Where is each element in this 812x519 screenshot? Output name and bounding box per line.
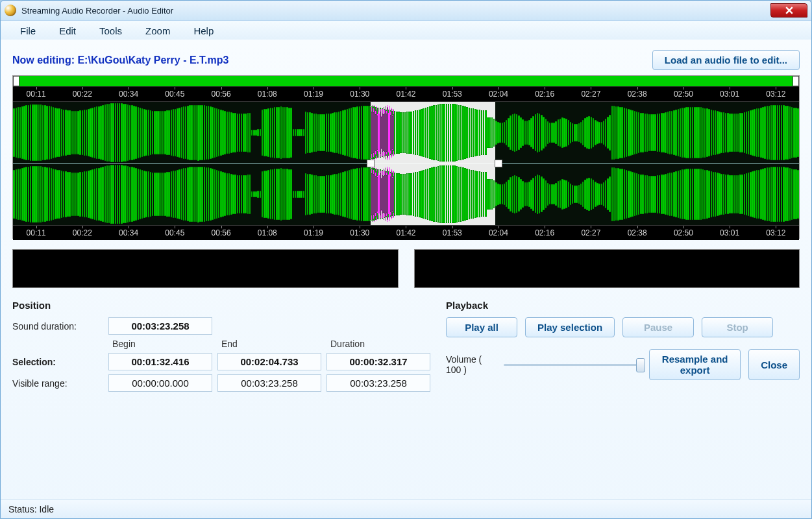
time-ruler-top: 00:1100:2200:3400:4500:5601:0801:1901:30… xyxy=(13,87,799,102)
position-panel: Position Sound duration: 00:03:23.258 Be… xyxy=(12,300,430,392)
ruler-tick: 01:08 xyxy=(244,90,290,99)
volume-thumb[interactable] xyxy=(636,358,645,372)
menu-file[interactable]: File xyxy=(10,23,46,39)
ruler-tick: 00:34 xyxy=(105,90,151,99)
menu-help[interactable]: Help xyxy=(183,23,224,39)
col-end: End xyxy=(217,339,321,349)
play-all-button[interactable]: Play all xyxy=(446,317,517,337)
sound-duration-label: Sound duration: xyxy=(12,321,103,332)
ruler-tick: 00:34 xyxy=(105,228,151,237)
col-begin: Begin xyxy=(108,339,212,349)
ruler-tick: 01:19 xyxy=(290,228,336,237)
ruler-tick: 00:22 xyxy=(59,228,105,237)
playback-title: Playback xyxy=(446,300,800,311)
menu-edit[interactable]: Edit xyxy=(49,23,86,39)
playback-panel: Playback Play all Play selection Pause S… xyxy=(446,300,800,392)
status-text: Status: Idle xyxy=(8,504,54,514)
title-bar: Streaming Audio Recorder - Audio Editor xyxy=(1,1,811,21)
selection-handle-left[interactable] xyxy=(367,160,375,167)
window-title: Streaming Audio Recorder - Audio Editor xyxy=(21,6,173,16)
selection-end: 00:02:04.733 xyxy=(217,353,321,370)
ruler-tick: 03:01 xyxy=(707,228,753,237)
ruler-tick: 01:42 xyxy=(383,90,429,99)
ruler-tick: 00:11 xyxy=(13,90,59,99)
ruler-tick: 02:16 xyxy=(522,228,568,237)
ruler-tick: 02:04 xyxy=(475,90,521,99)
selection-row-label: Selection: xyxy=(12,357,103,367)
ruler-tick: 03:12 xyxy=(753,228,799,237)
now-editing-prefix: Now editing: xyxy=(12,54,77,66)
ruler-tick: 00:22 xyxy=(59,90,105,99)
volume-slider[interactable] xyxy=(504,358,640,371)
visible-row-label: Visible range: xyxy=(12,378,103,389)
ruler-tick: 01:19 xyxy=(290,90,336,99)
visible-duration: 00:03:23.258 xyxy=(326,374,430,392)
window-close-button[interactable] xyxy=(770,3,807,18)
visible-end: 00:03:23.258 xyxy=(217,374,321,392)
visible-begin: 00:00:00.000 xyxy=(108,374,212,392)
ruler-tick: 01:42 xyxy=(383,228,429,237)
overview-handle-right[interactable] xyxy=(793,76,799,86)
ruler-tick: 02:50 xyxy=(660,90,706,99)
selection-begin: 00:01:32.416 xyxy=(108,353,212,370)
ruler-tick: 01:53 xyxy=(429,90,475,99)
client-area: Now editing: E:\KuGou\Katy Perry - E.T.m… xyxy=(1,40,811,518)
app-icon xyxy=(5,5,16,16)
col-duration: Duration xyxy=(326,339,430,349)
close-button[interactable]: Close xyxy=(748,349,800,380)
header-row: Now editing: E:\KuGou\Katy Perry - E.T.m… xyxy=(12,50,800,70)
selection-duration: 00:00:32.317 xyxy=(326,353,430,370)
ruler-tick: 00:45 xyxy=(152,228,198,237)
ruler-tick: 00:56 xyxy=(198,228,244,237)
ruler-tick: 02:04 xyxy=(475,228,521,237)
pause-button[interactable]: Pause xyxy=(622,317,694,337)
ruler-tick: 00:11 xyxy=(13,228,59,237)
ruler-tick: 02:38 xyxy=(614,228,660,237)
volume-track xyxy=(504,364,640,366)
ruler-tick: 00:45 xyxy=(152,90,198,99)
menu-zoom[interactable]: Zoom xyxy=(135,23,180,39)
status-bar: Status: Idle xyxy=(1,500,811,518)
overview-handle-left[interactable] xyxy=(13,76,19,86)
play-selection-button[interactable]: Play selection xyxy=(525,317,615,337)
resample-export-button[interactable]: Resample and export xyxy=(649,349,741,380)
ruler-tick: 01:30 xyxy=(337,90,383,99)
level-meters xyxy=(12,249,800,288)
ruler-tick: 02:38 xyxy=(614,90,660,99)
ruler-tick: 00:56 xyxy=(198,90,244,99)
now-editing-path: E:\KuGou\Katy Perry - E.T.mp3 xyxy=(77,54,228,66)
ruler-tick: 01:53 xyxy=(429,228,475,237)
menu-tools[interactable]: Tools xyxy=(89,23,132,39)
stop-button[interactable]: Stop xyxy=(702,317,773,337)
bottom-panels: Position Sound duration: 00:03:23.258 Be… xyxy=(12,300,800,392)
menu-bar: File Edit Tools Zoom Help xyxy=(1,21,811,40)
volume-label: Volume ( 100 ) xyxy=(446,354,495,375)
app-window: Streaming Audio Recorder - Audio Editor … xyxy=(0,0,812,519)
time-ruler-bottom: 00:1100:2200:3400:4500:5601:0801:1901:30… xyxy=(13,225,799,240)
selection-handle-right[interactable] xyxy=(495,160,502,167)
position-title: Position xyxy=(12,300,430,311)
level-meter-right xyxy=(414,249,800,288)
selection-region[interactable] xyxy=(371,102,496,225)
ruler-tick: 02:27 xyxy=(568,90,614,99)
ruler-tick: 02:16 xyxy=(522,90,568,99)
ruler-tick: 01:08 xyxy=(244,228,290,237)
load-audio-button[interactable]: Load an audio file to edit... xyxy=(652,50,800,70)
overview-scrollbar[interactable] xyxy=(13,76,799,87)
now-editing-label: Now editing: E:\KuGou\Katy Perry - E.T.m… xyxy=(12,54,228,66)
level-meter-left xyxy=(12,249,399,288)
sound-duration-value: 00:03:23.258 xyxy=(108,317,212,335)
close-icon xyxy=(785,6,793,14)
waveform-body[interactable] xyxy=(13,102,799,225)
ruler-tick: 03:01 xyxy=(707,90,753,99)
ruler-tick: 01:30 xyxy=(337,228,383,237)
ruler-tick: 02:50 xyxy=(660,228,706,237)
waveform-panel: 00:1100:2200:3400:4500:5601:0801:1901:30… xyxy=(12,75,800,239)
ruler-tick: 02:27 xyxy=(568,228,614,237)
ruler-tick: 03:12 xyxy=(753,90,799,99)
